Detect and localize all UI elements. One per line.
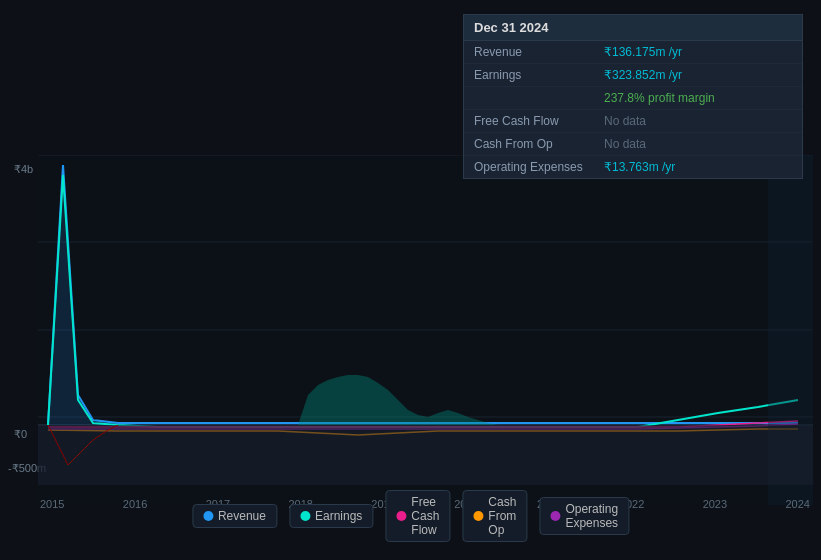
legend-opex[interactable]: Operating Expenses (539, 497, 629, 535)
info-label-cashfromop: Cash From Op (474, 137, 604, 151)
legend-label-revenue: Revenue (218, 509, 266, 523)
legend-label-cashfromop: Cash From Op (488, 495, 516, 537)
info-value-revenue: ₹136.175m /yr (604, 45, 792, 59)
svg-marker-9 (38, 425, 813, 485)
legend-dot-fcf (396, 511, 406, 521)
x-label-2016: 2016 (123, 498, 147, 510)
x-label-2015: 2015 (40, 498, 64, 510)
y-label-top: ₹4b (14, 163, 33, 176)
info-label-revenue: Revenue (474, 45, 604, 59)
info-value-margin: 237.8% profit margin (604, 91, 792, 105)
legend-label-opex: Operating Expenses (565, 502, 618, 530)
info-tooltip: Dec 31 2024 Revenue ₹136.175m /yr Earnin… (463, 14, 803, 179)
info-value-opex: ₹13.763m /yr (604, 160, 792, 174)
y-label-zero: ₹0 (14, 428, 27, 441)
info-row-revenue: Revenue ₹136.175m /yr (464, 41, 802, 64)
legend-earnings[interactable]: Earnings (289, 504, 373, 528)
chart-container: Dec 31 2024 Revenue ₹136.175m /yr Earnin… (0, 0, 821, 560)
info-label-fcf: Free Cash Flow (474, 114, 604, 128)
legend-revenue[interactable]: Revenue (192, 504, 277, 528)
legend-dot-revenue (203, 511, 213, 521)
info-row-cashfromop: Cash From Op No data (464, 133, 802, 156)
x-label-2023: 2023 (703, 498, 727, 510)
x-label-2024: 2024 (785, 498, 809, 510)
info-header: Dec 31 2024 (464, 15, 802, 41)
legend-label-earnings: Earnings (315, 509, 362, 523)
legend-dot-opex (550, 511, 560, 521)
info-label-earnings: Earnings (474, 68, 604, 82)
info-value-cashfromop: No data (604, 137, 792, 151)
info-label-opex: Operating Expenses (474, 160, 604, 174)
legend-dot-cashfromop (473, 511, 483, 521)
info-row-margin: 237.8% profit margin (464, 87, 802, 110)
info-row-opex: Operating Expenses ₹13.763m /yr (464, 156, 802, 178)
legend-label-fcf: Free Cash Flow (411, 495, 439, 537)
info-row-fcf: Free Cash Flow No data (464, 110, 802, 133)
info-value-earnings: ₹323.852m /yr (604, 68, 792, 82)
info-value-fcf: No data (604, 114, 792, 128)
legend-dot-earnings (300, 511, 310, 521)
legend-cashfromop[interactable]: Cash From Op (462, 490, 527, 542)
legend-fcf[interactable]: Free Cash Flow (385, 490, 450, 542)
info-row-earnings: Earnings ₹323.852m /yr (464, 64, 802, 87)
chart-legend: Revenue Earnings Free Cash Flow Cash Fro… (192, 490, 629, 542)
chart-svg (38, 155, 813, 505)
